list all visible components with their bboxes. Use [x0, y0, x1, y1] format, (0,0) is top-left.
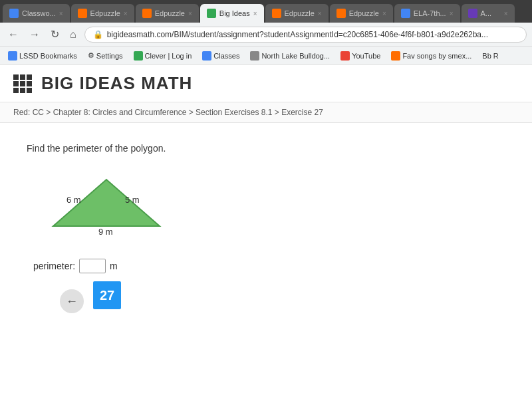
side-right-label: 5 m	[125, 195, 140, 205]
bookmark-label: Settings	[96, 52, 123, 60]
bookmark-lssd[interactable]: LSSD Bookmarks	[5, 50, 80, 62]
bookmark-clever[interactable]: Clever | Log in	[131, 50, 195, 62]
tab-edpuzzle3[interactable]: Edpuzzle ×	[265, 4, 329, 23]
bim-logo-grid	[13, 74, 32, 93]
bookmark-label: Fav songs by smex...	[402, 52, 471, 60]
tab-favicon	[468, 9, 477, 18]
home-button[interactable]: ⌂	[67, 27, 79, 42]
perimeter-input[interactable]	[79, 259, 106, 273]
tab-label: Big Ideas	[219, 9, 250, 17]
back-button[interactable]: ←	[5, 27, 21, 42]
tab-close-icon[interactable]: ×	[59, 10, 63, 17]
page-content: BIG IDEAS MATH Red: CC > Chapter 8: Circ…	[0, 65, 532, 399]
tab-close-icon[interactable]: ×	[188, 10, 192, 17]
bookmark-youtube[interactable]: YouTube	[338, 50, 383, 62]
tab-close-icon[interactable]: ×	[318, 10, 322, 17]
bookmark-icon	[250, 51, 259, 61]
tab-favicon	[78, 9, 87, 18]
forward-button[interactable]: →	[27, 27, 43, 42]
bookmark-label: LSSD Bookmarks	[19, 52, 77, 60]
tab-label: Edpuzzle	[285, 9, 315, 17]
bookmark-icon	[202, 51, 211, 61]
reload-button[interactable]: ↻	[48, 27, 62, 42]
tab-favicon	[272, 9, 281, 18]
bookmark-label: Classes	[213, 52, 239, 60]
exercise-number-badge: 27	[93, 281, 121, 309]
tab-label: Edpuzzle	[155, 9, 185, 17]
bookmarks-bar: LSSD Bookmarks ⚙ Settings Clever | Log i…	[0, 47, 532, 65]
bookmark-bb[interactable]: Bb R	[479, 51, 501, 61]
tab-label: Classwo...	[22, 9, 56, 17]
tab-close-icon[interactable]: ×	[124, 10, 128, 17]
address-bar: ← → ↻ ⌂ 🔒 bigideasmath.com/BIM/student/a…	[0, 23, 532, 47]
bookmark-icon	[8, 51, 17, 61]
bookmark-northlake[interactable]: North Lake Bulldog...	[247, 50, 332, 62]
tab-ela7th[interactable]: ELA-7th... ×	[394, 4, 460, 23]
bookmark-icon	[340, 51, 350, 61]
answer-area: perimeter: m	[33, 259, 505, 273]
side-left-label: 6 m	[66, 195, 81, 205]
triangle-figure: 6 m 5 m 9 m	[47, 170, 180, 239]
bookmark-label: Clever | Log in	[145, 52, 192, 60]
bookmark-favsongs[interactable]: Fav songs by smex...	[388, 50, 474, 62]
tab-a[interactable]: A... ×	[462, 4, 515, 23]
tab-close-icon[interactable]: ×	[253, 10, 257, 17]
back-circle-button[interactable]: ←	[60, 289, 84, 313]
site-title: BIG IDEAS MATH	[41, 73, 192, 94]
bookmark-label: YouTube	[352, 52, 380, 60]
tab-favicon	[142, 9, 152, 18]
bookmark-settings[interactable]: ⚙ Settings	[85, 50, 126, 61]
tab-label: A...	[481, 9, 492, 17]
bookmark-icon	[134, 51, 143, 61]
tab-favicon	[336, 9, 346, 18]
browser-window: Classwo... × Edpuzzle × Edpuzzle × Big I…	[0, 0, 532, 399]
tab-favicon	[401, 9, 410, 18]
tab-label: Edpuzzle	[349, 9, 379, 17]
exercise-area: Find the perimeter of the polygon. 6 m 5…	[0, 123, 532, 323]
exercise-question: Find the perimeter of the polygon.	[27, 143, 505, 154]
tab-bar: Classwo... × Edpuzzle × Edpuzzle × Big I…	[0, 0, 532, 23]
bookmark-classes[interactable]: Classes	[200, 50, 242, 62]
perimeter-unit: m	[110, 261, 118, 271]
tab-label: ELA-7th...	[414, 9, 446, 17]
tab-close-icon[interactable]: ×	[504, 10, 508, 17]
triangle-svg: 6 m 5 m 9 m	[47, 170, 180, 236]
tab-favicon	[207, 9, 216, 18]
tab-bigideas[interactable]: Big Ideas ×	[200, 4, 264, 23]
tab-edpuzzle2[interactable]: Edpuzzle ×	[136, 4, 199, 23]
side-bottom-label: 9 m	[98, 227, 113, 236]
bim-header: BIG IDEAS MATH	[0, 65, 532, 102]
breadcrumb: Red: CC > Chapter 8: Circles and Circumf…	[0, 102, 532, 123]
tab-edpuzzle4[interactable]: Edpuzzle ×	[330, 4, 393, 23]
tab-close-icon[interactable]: ×	[382, 10, 386, 17]
tab-favicon	[9, 9, 19, 18]
tab-classwo[interactable]: Classwo... ×	[3, 4, 70, 23]
bookmark-icon	[391, 51, 400, 61]
url-bar[interactable]: 🔒 bigideasmath.com/BIM/student/assignmen…	[84, 27, 527, 43]
tab-edpuzzle1[interactable]: Edpuzzle ×	[71, 4, 134, 23]
settings-icon: ⚙	[88, 51, 94, 60]
tab-close-icon[interactable]: ×	[450, 10, 454, 17]
url-text: bigideasmath.com/BIM/student/assignment?…	[107, 30, 488, 39]
bookmark-label: North Lake Bulldog...	[261, 52, 330, 60]
perimeter-label: perimeter:	[33, 261, 75, 271]
tab-label: Edpuzzle	[90, 9, 120, 17]
bookmark-label: Bb R	[482, 52, 498, 60]
